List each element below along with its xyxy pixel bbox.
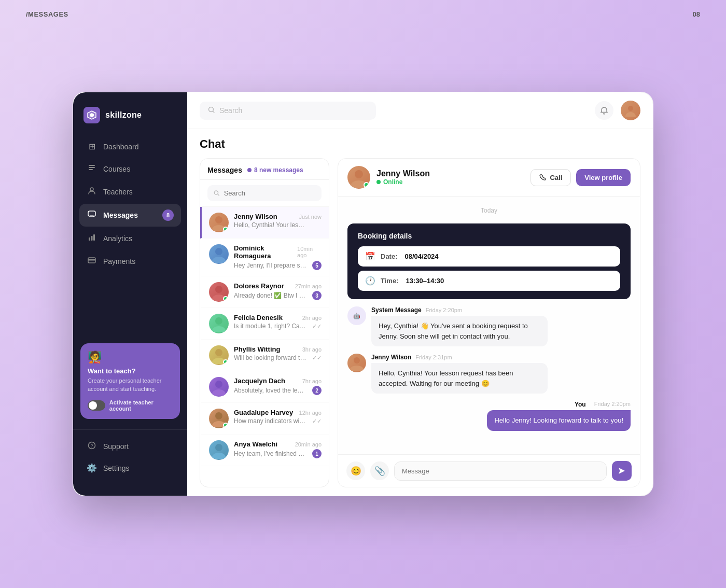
svg-point-5	[90, 188, 93, 191]
conversation-item-jenny[interactable]: Jenny Wilson Just now Hello, Cynthia! Yo…	[200, 207, 329, 239]
contact-name: Felicia Denesik	[234, 314, 283, 321]
sidebar-item-dashboard[interactable]: ⊞ Dashboard	[79, 136, 181, 157]
status-text: Online	[383, 178, 402, 186]
call-button[interactable]: Call	[530, 169, 571, 186]
new-messages-dot	[247, 168, 252, 172]
sidebar-item-label: Courses	[103, 165, 130, 173]
sidebar-item-teachers[interactable]: Teachers	[79, 181, 181, 203]
message-text: Hey, Cynthia! 👋 You've sent a booking re…	[371, 316, 548, 346]
conversation-item-guadalupe[interactable]: Guadalupe Harvey 12hr ago How many indic…	[200, 403, 329, 435]
chat-contact-status: Online	[376, 178, 430, 186]
conversation-item-phyllis[interactable]: Phyllis Witting 3hr ago Will be looking …	[200, 340, 329, 371]
message-time: 12hr ago	[299, 410, 322, 416]
search-placeholder: Search	[219, 106, 242, 115]
avatar-felicia	[209, 314, 229, 333]
app-container: skillzone ⊞ Dashboard Courses Teachers	[73, 92, 653, 496]
status-dot	[376, 180, 381, 184]
message-content: Guadalupe Harvey 12hr ago How many indic…	[234, 409, 322, 425]
nav-items: ⊞ Dashboard Courses Teachers Messages	[73, 136, 187, 337]
messages-search	[200, 180, 329, 207]
contact-name: Jacquelyn Dach	[234, 377, 285, 385]
read-receipt: ✓✓	[312, 418, 322, 425]
attach-button[interactable]: 📎	[370, 461, 389, 480]
message-time: Friday 2:20pm	[594, 401, 631, 408]
sidebar-bottom: ? Support ⚙️ Settings	[73, 429, 187, 485]
svg-point-28	[354, 357, 360, 363]
svg-rect-3	[89, 167, 95, 168]
booking-date-row: 📅 Date: 08/04/2024	[358, 246, 620, 267]
user-avatar[interactable]	[621, 101, 640, 120]
toggle-label: Activate teacher account	[109, 399, 173, 412]
message-time: 20min ago	[295, 441, 322, 447]
unread-count: 2	[312, 386, 322, 395]
message-row-system: 🤖 System Message Friday 2:20pm Hey, Cynt…	[347, 306, 631, 346]
conversation-item-anya[interactable]: Anya Waelchi 20min ago Hey team, I've fi…	[200, 435, 329, 466]
chat-panel: Jenny Wilson Online Call	[338, 158, 640, 487]
sidebar-item-label: Settings	[103, 464, 130, 472]
message-sender: System Message	[371, 306, 422, 314]
svg-point-23	[215, 412, 222, 419]
message-content: Jacquelyn Dach 7hr ago Absolutely, loved…	[234, 377, 322, 395]
chat-actions: Call View profile	[530, 169, 631, 186]
view-profile-button[interactable]: View profile	[576, 169, 631, 186]
sidebar-item-settings[interactable]: ⚙️ Settings	[79, 458, 181, 478]
calendar-icon: 📅	[365, 251, 375, 261]
chat-user-info: Jenny Wilson Online	[347, 166, 430, 189]
svg-point-20	[215, 317, 222, 325]
unread-count: 3	[312, 291, 322, 300]
sidebar-item-messages[interactable]: Messages 8	[79, 204, 181, 227]
messages-header: Messages 8 new messages	[200, 159, 329, 180]
search-box[interactable]: Search	[200, 102, 376, 120]
svg-point-21	[215, 349, 222, 356]
message-time: Friday 2:31pm	[415, 354, 452, 360]
svg-rect-4	[89, 169, 93, 170]
online-indicator	[223, 296, 228, 301]
avatar-jacquelyn	[209, 377, 229, 397]
message-preview: Is it module 1, right? Cause I've...	[234, 323, 306, 330]
message-input[interactable]	[394, 461, 607, 481]
message-time: 10min ago	[297, 246, 322, 258]
message-list: Jenny Wilson Just now Hello, Cynthia! Yo…	[200, 207, 329, 487]
avatar-guadalupe	[209, 409, 229, 428]
contact-name: Dolores Raynor	[234, 282, 284, 290]
attach-icon: 📎	[374, 466, 385, 477]
teacher-account-toggle[interactable]	[88, 400, 105, 411]
chat-panels: Messages 8 new messages	[200, 158, 640, 496]
online-indicator	[223, 423, 228, 428]
emoji-icon: 😊	[351, 466, 361, 477]
messages-panel: Messages 8 new messages	[200, 158, 329, 487]
unread-count: 1	[312, 449, 322, 458]
clock-icon: 🕐	[365, 276, 375, 286]
online-indicator	[223, 227, 228, 232]
message-content: Felicia Denesik 2hr ago Is it module 1, …	[234, 314, 322, 330]
conversation-item-dominick[interactable]: Dominick Romaguera 10min ago Hey Jenny, …	[200, 239, 329, 276]
logo-area: skillzone	[73, 103, 187, 136]
sidebar-item-courses[interactable]: Courses	[79, 158, 181, 180]
sidebar-item-payments[interactable]: Payments	[79, 250, 181, 272]
conversation-item-felicia[interactable]: Felicia Denesik 2hr ago Is it module 1, …	[200, 308, 329, 340]
emoji-button[interactable]: 😊	[346, 461, 365, 480]
teachers-icon	[87, 187, 97, 197]
teach-card-desc: Create your personal teacher account and…	[88, 377, 173, 393]
notification-button[interactable]	[595, 101, 613, 120]
contact-name: Anya Waelchi	[234, 440, 277, 448]
contact-name: Jenny Wilson	[234, 213, 277, 220]
teach-card: 🧑‍🏫 Want to teach? Create your personal …	[80, 343, 180, 419]
conversation-item-jacquelyn[interactable]: Jacquelyn Dach 7hr ago Absolutely, loved…	[200, 371, 329, 403]
message-content: Dolores Raynor 27min ago Already done! ✅…	[234, 282, 322, 300]
messages-search-input[interactable]	[224, 189, 315, 197]
message-preview: Already done! ✅ Btw I was loo...	[234, 292, 306, 299]
message-preview: Hello, Cynthia! Your lesson request...	[234, 221, 306, 229]
svg-point-18	[215, 248, 222, 255]
sidebar-item-label: Support	[103, 442, 129, 451]
sidebar-item-analytics[interactable]: Analytics	[79, 228, 181, 249]
message-sender: You	[575, 401, 586, 408]
send-button[interactable]	[612, 461, 632, 481]
date-label: Date:	[381, 253, 398, 260]
sidebar-item-support[interactable]: ? Support	[79, 436, 181, 457]
conversation-item-dolores[interactable]: Dolores Raynor 27min ago Already done! ✅…	[200, 276, 329, 308]
avatar-anya	[209, 440, 229, 460]
courses-icon	[87, 164, 97, 174]
booking-card: Booking details 📅 Date: 08/04/2024 🕐 Tim…	[347, 223, 631, 299]
unread-count: 5	[312, 261, 322, 270]
